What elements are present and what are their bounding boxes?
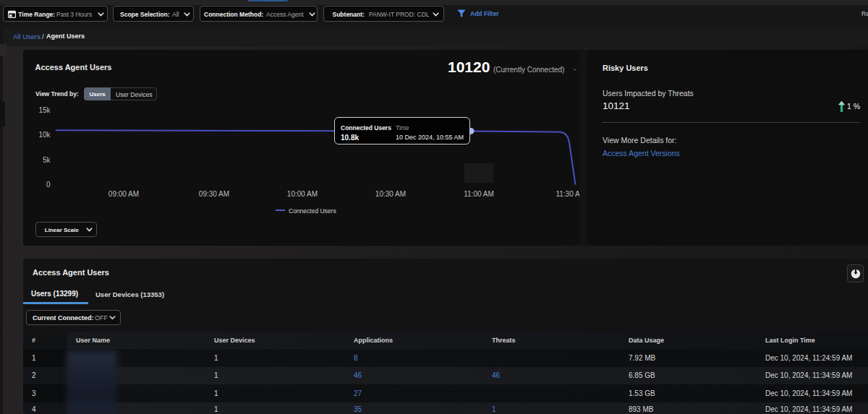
svg-text:10:00 AM: 10:00 AM bbox=[287, 190, 318, 198]
svg-text:5k: 5k bbox=[43, 156, 51, 164]
svg-text:09:30 AM: 09:30 AM bbox=[199, 190, 229, 198]
svg-text:15k: 15k bbox=[38, 106, 51, 114]
svg-text:09:00 AM: 09:00 AM bbox=[109, 190, 139, 198]
svg-text:0: 0 bbox=[46, 181, 51, 189]
svg-text:11:30 A: 11:30 A bbox=[556, 190, 579, 198]
svg-text:Connected Users: Connected Users bbox=[289, 207, 336, 215]
svg-text:10k: 10k bbox=[38, 131, 51, 139]
svg-text:11:00 AM: 11:00 AM bbox=[464, 190, 494, 198]
svg-text:10:30 AM: 10:30 AM bbox=[375, 190, 406, 198]
